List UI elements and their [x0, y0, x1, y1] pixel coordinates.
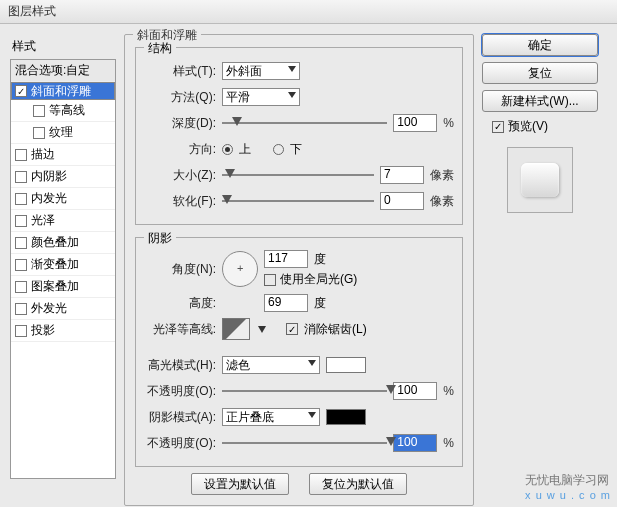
- effect-blending-options[interactable]: 混合选项:自定: [11, 60, 115, 82]
- cancel-button[interactable]: 复位: [482, 62, 598, 84]
- global-light-checkbox[interactable]: [264, 274, 276, 286]
- direction-label: 方向:: [144, 141, 216, 158]
- checkbox-icon[interactable]: [15, 281, 27, 293]
- shadow-color-swatch[interactable]: [326, 409, 366, 425]
- highlight-mode-label: 高光模式(H):: [144, 357, 216, 374]
- chevron-down-icon: [308, 412, 316, 418]
- checkbox-icon[interactable]: [15, 171, 27, 183]
- direction-up-radio[interactable]: [222, 144, 233, 155]
- checkbox-icon[interactable]: [15, 303, 27, 315]
- gloss-contour-picker[interactable]: [222, 318, 250, 340]
- ok-button[interactable]: 确定: [482, 34, 598, 56]
- effect-color-overlay[interactable]: 颜色叠加: [11, 232, 115, 254]
- shadow-mode-label: 阴影模式(A):: [144, 409, 216, 426]
- degree-unit: 度: [314, 251, 326, 268]
- preview-thumbnail: [507, 147, 573, 213]
- percent-unit: %: [443, 116, 454, 130]
- preview-label: 预览(V): [508, 118, 548, 135]
- shadow-mode-select[interactable]: 正片叠底: [222, 408, 320, 426]
- style-select[interactable]: 外斜面: [222, 62, 300, 80]
- size-slider[interactable]: [222, 168, 374, 182]
- shadow-opacity-input[interactable]: 100: [393, 434, 437, 452]
- shadow-opacity-label: 不透明度(O):: [144, 435, 216, 452]
- px-unit: 像素: [430, 167, 454, 184]
- styles-list: 混合选项:自定 斜面和浮雕 等高线 纹理 描边 内阴影 内发光 光泽 颜色叠加 …: [10, 59, 116, 479]
- technique-select[interactable]: 平滑: [222, 88, 300, 106]
- checkbox-icon[interactable]: [15, 325, 27, 337]
- structure-legend: 结构: [144, 40, 176, 57]
- highlight-mode-select[interactable]: 滤色: [222, 356, 320, 374]
- shading-group: 阴影 角度(N): 117 度 使用全局光(G): [135, 237, 463, 467]
- styles-heading: 样式: [10, 34, 116, 59]
- soften-slider[interactable]: [222, 194, 374, 208]
- direction-down-radio[interactable]: [273, 144, 284, 155]
- checkbox-icon[interactable]: [15, 259, 27, 271]
- altitude-label: 高度:: [144, 295, 216, 312]
- new-style-button[interactable]: 新建样式(W)...: [482, 90, 598, 112]
- angle-wheel[interactable]: [222, 251, 258, 287]
- antialias-checkbox[interactable]: [286, 323, 298, 335]
- checkbox-icon[interactable]: [15, 237, 27, 249]
- size-label: 大小(Z):: [144, 167, 216, 184]
- chevron-down-icon: [288, 66, 296, 72]
- effect-contour[interactable]: 等高线: [11, 100, 115, 122]
- checkbox-icon[interactable]: [15, 85, 27, 97]
- effect-drop-shadow[interactable]: 投影: [11, 320, 115, 342]
- checkbox-icon[interactable]: [33, 105, 45, 117]
- structure-group: 结构 样式(T): 外斜面 方法(Q): 平滑 深度(D): 100 %: [135, 47, 463, 225]
- window-title: 图层样式: [0, 0, 617, 24]
- checkbox-icon[interactable]: [15, 215, 27, 227]
- checkbox-icon[interactable]: [15, 193, 27, 205]
- effect-bevel-emboss[interactable]: 斜面和浮雕: [11, 82, 115, 100]
- technique-label: 方法(Q):: [144, 89, 216, 106]
- angle-label: 角度(N):: [144, 261, 216, 278]
- effect-outer-glow[interactable]: 外发光: [11, 298, 115, 320]
- effect-stroke[interactable]: 描边: [11, 144, 115, 166]
- soften-label: 软化(F):: [144, 193, 216, 210]
- percent-unit: %: [443, 384, 454, 398]
- percent-unit: %: [443, 436, 454, 450]
- soften-input[interactable]: 0: [380, 192, 424, 210]
- degree-unit: 度: [314, 295, 326, 312]
- style-label: 样式(T):: [144, 63, 216, 80]
- depth-label: 深度(D):: [144, 115, 216, 132]
- highlight-opacity-label: 不透明度(O):: [144, 383, 216, 400]
- checkbox-icon[interactable]: [15, 149, 27, 161]
- size-input[interactable]: 7: [380, 166, 424, 184]
- highlight-color-swatch[interactable]: [326, 357, 366, 373]
- gloss-contour-label: 光泽等高线:: [144, 321, 216, 338]
- angle-input[interactable]: 117: [264, 250, 308, 268]
- direction-down-label: 下: [290, 141, 302, 158]
- shadow-opacity-slider[interactable]: [222, 436, 387, 450]
- direction-up-label: 上: [239, 141, 251, 158]
- antialias-label: 消除锯齿(L): [304, 321, 367, 338]
- highlight-opacity-input[interactable]: 100: [393, 382, 437, 400]
- chevron-down-icon[interactable]: [258, 326, 266, 333]
- preview-checkbox[interactable]: [492, 121, 504, 133]
- effect-inner-shadow[interactable]: 内阴影: [11, 166, 115, 188]
- reset-default-button[interactable]: 复位为默认值: [309, 473, 407, 495]
- chevron-down-icon: [308, 360, 316, 366]
- effect-texture[interactable]: 纹理: [11, 122, 115, 144]
- make-default-button[interactable]: 设置为默认值: [191, 473, 289, 495]
- altitude-input[interactable]: 69: [264, 294, 308, 312]
- shading-legend: 阴影: [144, 230, 176, 247]
- checkbox-icon[interactable]: [33, 127, 45, 139]
- effect-pattern-overlay[interactable]: 图案叠加: [11, 276, 115, 298]
- highlight-opacity-slider[interactable]: [222, 384, 387, 398]
- effect-gradient-overlay[interactable]: 渐变叠加: [11, 254, 115, 276]
- chevron-down-icon: [288, 92, 296, 98]
- px-unit: 像素: [430, 193, 454, 210]
- bevel-emboss-group: 斜面和浮雕 结构 样式(T): 外斜面 方法(Q): 平滑 深度(D): 100: [124, 34, 474, 506]
- global-light-label: 使用全局光(G): [280, 271, 357, 288]
- effect-inner-glow[interactable]: 内发光: [11, 188, 115, 210]
- depth-slider[interactable]: [222, 116, 387, 130]
- depth-input[interactable]: 100: [393, 114, 437, 132]
- effect-satin[interactable]: 光泽: [11, 210, 115, 232]
